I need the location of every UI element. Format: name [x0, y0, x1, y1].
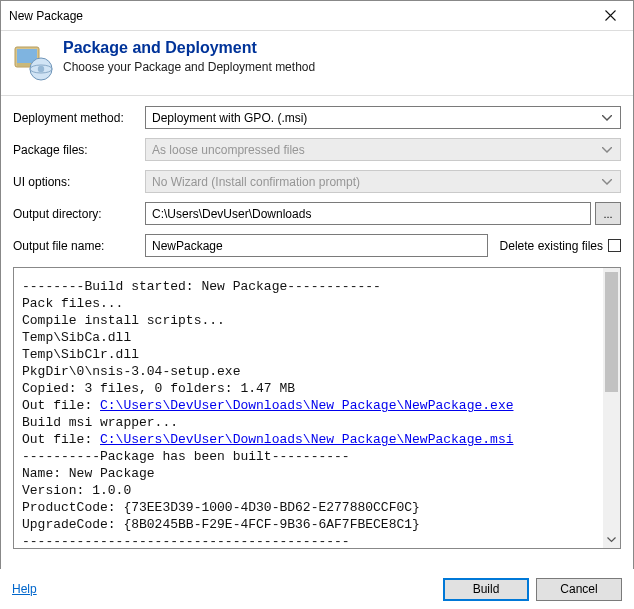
- svg-point-5: [38, 66, 44, 72]
- deployment-method-label: Deployment method:: [13, 111, 145, 125]
- close-icon: [605, 10, 616, 21]
- close-button[interactable]: [588, 1, 633, 30]
- build-button[interactable]: Build: [443, 578, 529, 601]
- package-files-select: As loose uncompressed files: [145, 138, 621, 161]
- header-subtitle: Choose your Package and Deployment metho…: [63, 60, 315, 74]
- form: Deployment method: Deployment with GPO. …: [1, 96, 633, 257]
- delete-existing-label: Delete existing files: [500, 239, 603, 253]
- build-log: --------Build started: New Package------…: [13, 267, 621, 549]
- package-icon: [13, 41, 53, 81]
- output-directory-input[interactable]: [145, 202, 591, 225]
- chevron-down-icon[interactable]: [603, 531, 620, 548]
- output-filename-input[interactable]: [145, 234, 488, 257]
- checkbox-icon: [608, 239, 621, 252]
- header-text: Package and Deployment Choose your Packa…: [63, 39, 315, 74]
- out-exe-link[interactable]: C:\Users\DevUser\Downloads\New Package\N…: [100, 398, 513, 413]
- header-title: Package and Deployment: [63, 39, 315, 57]
- window-title: New Package: [9, 9, 588, 23]
- scrollbar[interactable]: [603, 268, 620, 548]
- deployment-method-select[interactable]: Deployment with GPO. (.msi): [145, 106, 621, 129]
- ui-options-label: UI options:: [13, 175, 145, 189]
- delete-existing-checkbox[interactable]: Delete existing files: [500, 239, 621, 253]
- cancel-button[interactable]: Cancel: [536, 578, 622, 601]
- build-log-content[interactable]: --------Build started: New Package------…: [14, 268, 620, 548]
- out-msi-link[interactable]: C:\Users\DevUser\Downloads\New Package\N…: [100, 432, 513, 447]
- titlebar: New Package: [1, 1, 633, 31]
- ui-options-select: No Wizard (Install confirmation prompt): [145, 170, 621, 193]
- package-files-label: Package files:: [13, 143, 145, 157]
- browse-button[interactable]: ...: [595, 202, 621, 225]
- footer: Help Build Cancel: [0, 569, 634, 609]
- output-filename-label: Output file name:: [13, 239, 145, 253]
- scroll-thumb[interactable]: [605, 272, 618, 392]
- help-link[interactable]: Help: [12, 582, 37, 596]
- output-directory-label: Output directory:: [13, 207, 145, 221]
- header: Package and Deployment Choose your Packa…: [1, 31, 633, 96]
